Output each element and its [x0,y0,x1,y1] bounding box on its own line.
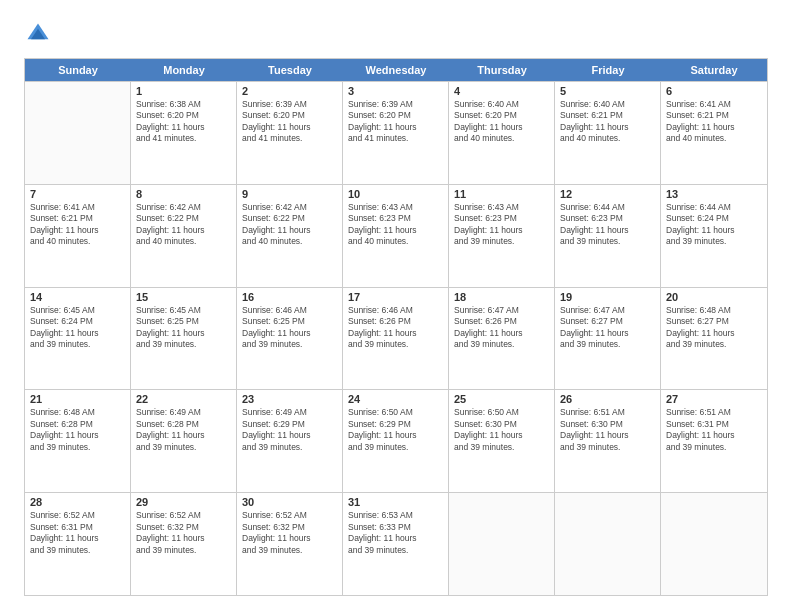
calendar-cell: 19Sunrise: 6:47 AM Sunset: 6:27 PM Dayli… [555,288,661,390]
calendar-row-1: 1Sunrise: 6:38 AM Sunset: 6:20 PM Daylig… [25,81,767,184]
day-number: 6 [666,85,762,97]
day-number: 1 [136,85,231,97]
day-number: 14 [30,291,125,303]
calendar-cell: 4Sunrise: 6:40 AM Sunset: 6:20 PM Daylig… [449,82,555,184]
day-info: Sunrise: 6:42 AM Sunset: 6:22 PM Dayligh… [136,202,231,248]
day-info: Sunrise: 6:52 AM Sunset: 6:31 PM Dayligh… [30,510,125,556]
day-info: Sunrise: 6:49 AM Sunset: 6:28 PM Dayligh… [136,407,231,453]
day-info: Sunrise: 6:48 AM Sunset: 6:28 PM Dayligh… [30,407,125,453]
calendar-cell: 2Sunrise: 6:39 AM Sunset: 6:20 PM Daylig… [237,82,343,184]
day-number: 15 [136,291,231,303]
header [24,20,768,48]
day-number: 23 [242,393,337,405]
calendar-cell: 28Sunrise: 6:52 AM Sunset: 6:31 PM Dayli… [25,493,131,595]
day-number: 26 [560,393,655,405]
page: SundayMondayTuesdayWednesdayThursdayFrid… [0,0,792,612]
day-info: Sunrise: 6:44 AM Sunset: 6:24 PM Dayligh… [666,202,762,248]
calendar-cell [25,82,131,184]
day-number: 11 [454,188,549,200]
calendar-cell: 24Sunrise: 6:50 AM Sunset: 6:29 PM Dayli… [343,390,449,492]
calendar-cell: 20Sunrise: 6:48 AM Sunset: 6:27 PM Dayli… [661,288,767,390]
day-info: Sunrise: 6:46 AM Sunset: 6:26 PM Dayligh… [348,305,443,351]
calendar-row-4: 21Sunrise: 6:48 AM Sunset: 6:28 PM Dayli… [25,389,767,492]
calendar-cell: 18Sunrise: 6:47 AM Sunset: 6:26 PM Dayli… [449,288,555,390]
day-info: Sunrise: 6:51 AM Sunset: 6:31 PM Dayligh… [666,407,762,453]
calendar-header: SundayMondayTuesdayWednesdayThursdayFrid… [25,59,767,81]
day-info: Sunrise: 6:47 AM Sunset: 6:26 PM Dayligh… [454,305,549,351]
calendar-cell: 21Sunrise: 6:48 AM Sunset: 6:28 PM Dayli… [25,390,131,492]
day-number: 8 [136,188,231,200]
calendar-cell: 22Sunrise: 6:49 AM Sunset: 6:28 PM Dayli… [131,390,237,492]
day-number: 5 [560,85,655,97]
day-number: 12 [560,188,655,200]
day-number: 4 [454,85,549,97]
day-number: 21 [30,393,125,405]
day-info: Sunrise: 6:40 AM Sunset: 6:21 PM Dayligh… [560,99,655,145]
day-number: 24 [348,393,443,405]
day-number: 28 [30,496,125,508]
calendar-cell: 23Sunrise: 6:49 AM Sunset: 6:29 PM Dayli… [237,390,343,492]
header-day-wednesday: Wednesday [343,59,449,81]
day-number: 17 [348,291,443,303]
header-day-tuesday: Tuesday [237,59,343,81]
day-info: Sunrise: 6:52 AM Sunset: 6:32 PM Dayligh… [242,510,337,556]
day-info: Sunrise: 6:48 AM Sunset: 6:27 PM Dayligh… [666,305,762,351]
header-day-monday: Monday [131,59,237,81]
calendar-cell: 30Sunrise: 6:52 AM Sunset: 6:32 PM Dayli… [237,493,343,595]
day-info: Sunrise: 6:42 AM Sunset: 6:22 PM Dayligh… [242,202,337,248]
day-info: Sunrise: 6:50 AM Sunset: 6:30 PM Dayligh… [454,407,549,453]
calendar-cell: 14Sunrise: 6:45 AM Sunset: 6:24 PM Dayli… [25,288,131,390]
header-day-saturday: Saturday [661,59,767,81]
day-number: 16 [242,291,337,303]
calendar-cell: 8Sunrise: 6:42 AM Sunset: 6:22 PM Daylig… [131,185,237,287]
calendar-body: 1Sunrise: 6:38 AM Sunset: 6:20 PM Daylig… [25,81,767,595]
day-info: Sunrise: 6:39 AM Sunset: 6:20 PM Dayligh… [242,99,337,145]
day-info: Sunrise: 6:44 AM Sunset: 6:23 PM Dayligh… [560,202,655,248]
logo-icon [24,20,52,48]
day-info: Sunrise: 6:51 AM Sunset: 6:30 PM Dayligh… [560,407,655,453]
calendar-row-2: 7Sunrise: 6:41 AM Sunset: 6:21 PM Daylig… [25,184,767,287]
calendar-cell [661,493,767,595]
calendar-cell: 6Sunrise: 6:41 AM Sunset: 6:21 PM Daylig… [661,82,767,184]
calendar-cell: 29Sunrise: 6:52 AM Sunset: 6:32 PM Dayli… [131,493,237,595]
day-info: Sunrise: 6:45 AM Sunset: 6:24 PM Dayligh… [30,305,125,351]
calendar-cell: 31Sunrise: 6:53 AM Sunset: 6:33 PM Dayli… [343,493,449,595]
day-info: Sunrise: 6:47 AM Sunset: 6:27 PM Dayligh… [560,305,655,351]
day-info: Sunrise: 6:46 AM Sunset: 6:25 PM Dayligh… [242,305,337,351]
calendar-cell: 12Sunrise: 6:44 AM Sunset: 6:23 PM Dayli… [555,185,661,287]
day-info: Sunrise: 6:50 AM Sunset: 6:29 PM Dayligh… [348,407,443,453]
day-number: 7 [30,188,125,200]
calendar-row-3: 14Sunrise: 6:45 AM Sunset: 6:24 PM Dayli… [25,287,767,390]
day-number: 9 [242,188,337,200]
day-info: Sunrise: 6:53 AM Sunset: 6:33 PM Dayligh… [348,510,443,556]
calendar-cell [449,493,555,595]
day-info: Sunrise: 6:41 AM Sunset: 6:21 PM Dayligh… [666,99,762,145]
calendar-cell: 1Sunrise: 6:38 AM Sunset: 6:20 PM Daylig… [131,82,237,184]
day-info: Sunrise: 6:49 AM Sunset: 6:29 PM Dayligh… [242,407,337,453]
calendar-row-5: 28Sunrise: 6:52 AM Sunset: 6:31 PM Dayli… [25,492,767,595]
day-number: 22 [136,393,231,405]
day-number: 3 [348,85,443,97]
day-info: Sunrise: 6:39 AM Sunset: 6:20 PM Dayligh… [348,99,443,145]
header-day-thursday: Thursday [449,59,555,81]
day-number: 25 [454,393,549,405]
calendar-cell: 26Sunrise: 6:51 AM Sunset: 6:30 PM Dayli… [555,390,661,492]
calendar-cell: 5Sunrise: 6:40 AM Sunset: 6:21 PM Daylig… [555,82,661,184]
day-info: Sunrise: 6:52 AM Sunset: 6:32 PM Dayligh… [136,510,231,556]
day-info: Sunrise: 6:43 AM Sunset: 6:23 PM Dayligh… [454,202,549,248]
calendar-cell [555,493,661,595]
header-day-sunday: Sunday [25,59,131,81]
day-number: 31 [348,496,443,508]
day-info: Sunrise: 6:43 AM Sunset: 6:23 PM Dayligh… [348,202,443,248]
day-number: 13 [666,188,762,200]
day-number: 10 [348,188,443,200]
calendar-cell: 11Sunrise: 6:43 AM Sunset: 6:23 PM Dayli… [449,185,555,287]
day-number: 19 [560,291,655,303]
day-info: Sunrise: 6:41 AM Sunset: 6:21 PM Dayligh… [30,202,125,248]
calendar-cell: 25Sunrise: 6:50 AM Sunset: 6:30 PM Dayli… [449,390,555,492]
logo [24,20,56,48]
calendar-cell: 27Sunrise: 6:51 AM Sunset: 6:31 PM Dayli… [661,390,767,492]
day-number: 20 [666,291,762,303]
calendar-cell: 10Sunrise: 6:43 AM Sunset: 6:23 PM Dayli… [343,185,449,287]
day-info: Sunrise: 6:45 AM Sunset: 6:25 PM Dayligh… [136,305,231,351]
